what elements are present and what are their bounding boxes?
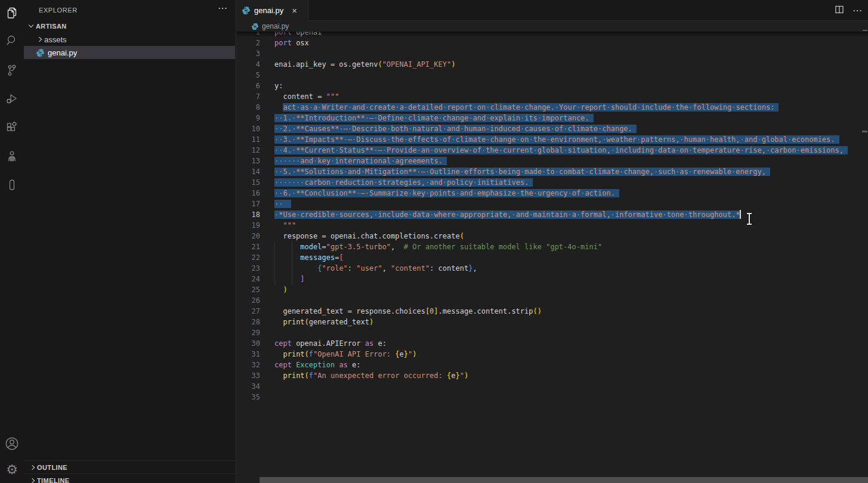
tree-root-artisan[interactable]: ARTISAN [24, 20, 235, 33]
run-debug-icon [5, 92, 19, 106]
code-line[interactable]: 26 [236, 295, 868, 306]
code-line[interactable]: 16··6.·**Conclusion**·—·Summarize·key·po… [236, 188, 868, 199]
settings-button[interactable]: ⚙ [0, 457, 24, 483]
code-line[interactable]: 5 [236, 70, 868, 80]
overview-ruler-mark [863, 30, 867, 31]
code-line[interactable]: 35 [236, 392, 868, 402]
code-line[interactable]: 4enai.api_key = os.getenv("OPENAI_API_KE… [236, 59, 868, 70]
chevron-down-icon [26, 21, 36, 31]
code-line[interactable]: 22 messages=[ [236, 252, 868, 263]
code-line[interactable]: 24 ] [236, 274, 868, 284]
account-button[interactable] [0, 431, 24, 457]
explorer-header: EXPLORER ⋯ [24, 0, 236, 20]
python-file-icon [36, 48, 45, 57]
code-line[interactable]: 28 print(generated_text) [236, 317, 868, 327]
code-line[interactable]: 27 generated_text = response.choices[0].… [236, 306, 868, 317]
root-folder-label: ARTISAN [36, 23, 67, 30]
breadcrumb[interactable]: genai.py [236, 21, 868, 32]
code-line[interactable]: 14··5.·**Solutions·and·Mitigation**·—·Ou… [236, 166, 868, 177]
editor-group: genai.py × ⋯ genai.py 1port openai2port [236, 0, 868, 483]
code-line[interactable]: 29 [236, 327, 868, 338]
chevron-right-icon [27, 463, 37, 472]
code-line[interactable]: 8 act·as·a·Writer·and·create·a·detailed·… [236, 102, 868, 113]
code-line[interactable]: 3 [236, 48, 868, 59]
activity-bar-item-extension-user[interactable] [0, 143, 24, 169]
chevron-right-icon [27, 476, 37, 483]
extensions-icon [5, 120, 19, 135]
files-icon [5, 6, 19, 20]
source-control-icon [5, 63, 19, 78]
code-line[interactable]: 18·*Use·credible·sources,·include·data·w… [236, 209, 868, 220]
code-line[interactable]: 1port openai [236, 32, 868, 38]
code-line[interactable]: 21 model="gpt-3.5-turbo", # Or another s… [236, 242, 868, 252]
code-line[interactable]: 34 [236, 381, 868, 392]
python-file-icon [242, 6, 251, 15]
search-icon [5, 33, 19, 48]
tab-close-icon[interactable]: × [292, 6, 297, 15]
timeline-label: TIMELINE [37, 477, 70, 483]
code-line[interactable]: 32cept Exception as e: [236, 360, 868, 370]
folder-label: assets [44, 35, 67, 44]
explorer-more-actions-icon[interactable]: ⋯ [218, 2, 227, 14]
code-viewport[interactable]: 1port openai2port osx34enai.api_key = os… [236, 32, 868, 483]
editor-actions: ⋯ [835, 0, 862, 21]
activity-bar-item-source-control[interactable] [0, 57, 24, 83]
code-line[interactable]: 15·······carbon·reduction·strategies,·an… [236, 177, 868, 188]
activity-bar-item-run-debug[interactable] [0, 86, 24, 112]
breadcrumb-file-label: genai.py [262, 22, 289, 30]
overview-ruler-mark [862, 131, 867, 132]
code-line[interactable]: 30cept openai.APIError as e: [236, 338, 868, 349]
outline-section-header[interactable]: OUTLINE [24, 460, 235, 474]
gear-icon: ⚙ [6, 463, 18, 476]
tree-item-assets[interactable]: assets [24, 33, 235, 46]
code-line[interactable]: 17·· [236, 199, 868, 209]
vscode-window: ⚙ EXPLORER ⋯ ARTISAN assets genai.py OUT… [0, 0, 868, 483]
split-editor-button[interactable] [835, 5, 844, 17]
activity-bar-item-extension-panel[interactable] [0, 172, 24, 198]
tree-item-genai-py[interactable]: genai.py [24, 46, 235, 59]
code-line[interactable]: 10··2.·**Causes**·—·Describe·both·natura… [236, 123, 868, 134]
panel-icon [5, 178, 19, 192]
code-line[interactable]: 12··4.·**Current·Status**·—·Provide·an·o… [236, 145, 868, 156]
horizontal-scrollbar-thumb[interactable] [260, 477, 868, 483]
code-line[interactable]: 31 print(f"OpenAI API Error: {e}") [236, 349, 868, 360]
python-file-icon [251, 23, 259, 30]
outline-label: OUTLINE [37, 464, 67, 471]
code-line[interactable]: 20 response = openai.chat.completions.cr… [236, 231, 868, 242]
timeline-section-header[interactable]: TIMELINE [24, 473, 235, 483]
code-line[interactable]: 9··1.·**Introduction**·—·Define·climate·… [236, 113, 868, 123]
account-icon [4, 436, 20, 451]
code-line[interactable]: 19 """ [236, 220, 868, 231]
code-line[interactable]: 6y: [236, 80, 868, 91]
explorer-sidebar: EXPLORER ⋯ ARTISAN assets genai.py OUTLI… [24, 0, 236, 483]
code-line[interactable]: 33 print(f"An unexpected error occurred:… [236, 370, 868, 381]
activity-bar: ⚙ [0, 0, 24, 483]
code-line[interactable]: 2port osx [236, 38, 868, 48]
tab-label: genai.py [254, 6, 283, 15]
code-line[interactable]: 7 content = """ [236, 91, 868, 102]
code-line[interactable]: 23 {"role": "user", "content": content}, [236, 263, 868, 274]
split-editor-icon [835, 5, 844, 14]
code-line[interactable]: 25 ) [236, 284, 868, 295]
user-grid-icon [5, 149, 19, 163]
activity-bar-item-search[interactable] [0, 27, 24, 54]
tab-genai-py[interactable]: genai.py × [236, 0, 308, 21]
explorer-title: EXPLORER [39, 7, 78, 14]
activity-bar-item-explorer[interactable] [0, 0, 24, 26]
code-line[interactable]: 11··3.·**Impacts**·—·Discuss·the·effects… [236, 134, 868, 145]
code-line[interactable]: 13······and·key·international·agreements… [236, 156, 868, 166]
activity-bar-item-extensions[interactable] [0, 114, 24, 141]
chevron-right-icon [35, 35, 44, 44]
tab-bar: genai.py × ⋯ [236, 0, 868, 21]
editor-more-actions-icon[interactable]: ⋯ [852, 5, 862, 16]
file-label: genai.py [48, 48, 77, 57]
